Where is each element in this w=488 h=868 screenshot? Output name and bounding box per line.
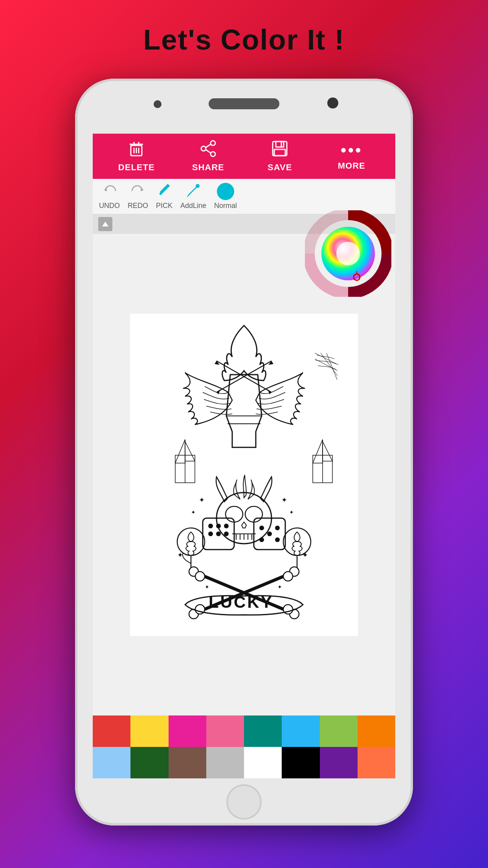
- home-button[interactable]: [226, 784, 262, 820]
- color-swatch-red[interactable]: [93, 715, 130, 747]
- pick-icon: [157, 183, 172, 200]
- color-swatch-purple[interactable]: [320, 747, 358, 778]
- normal-label: Normal: [214, 202, 237, 210]
- svg-point-47: [208, 531, 213, 536]
- color-swatch-deep-orange[interactable]: [358, 747, 395, 778]
- svg-text:✦: ✦: [302, 551, 308, 559]
- color-swatch-pink[interactable]: [206, 715, 244, 747]
- svg-point-54: [259, 537, 264, 542]
- more-icon: •••: [341, 142, 363, 158]
- addline-label: AddLine: [180, 202, 206, 210]
- more-button[interactable]: ••• MORE: [316, 142, 388, 171]
- color-swatch-teal[interactable]: [244, 715, 282, 747]
- color-swatch-dark-green[interactable]: [130, 747, 168, 778]
- save-label: SAVE: [268, 162, 292, 173]
- svg-point-20: [196, 184, 200, 188]
- delete-label: DELETE: [118, 162, 155, 173]
- redo-icon: [130, 183, 145, 200]
- redo-button[interactable]: REDO: [128, 183, 148, 210]
- selfie-cam: [327, 97, 338, 108]
- svg-rect-14: [274, 149, 285, 156]
- phone-frame: DELETE SHARE: [75, 79, 413, 826]
- speaker: [209, 98, 279, 109]
- pick-button[interactable]: PICK: [156, 183, 172, 210]
- color-swatch-baby-blue[interactable]: [93, 747, 130, 778]
- phone-top-bar: [75, 79, 413, 134]
- phone-screen: DELETE SHARE: [93, 134, 395, 778]
- pick-label: PICK: [156, 202, 172, 210]
- svg-line-11: [206, 150, 211, 153]
- share-icon: [200, 140, 217, 160]
- delete-icon: [128, 140, 145, 160]
- svg-text:✦: ✦: [199, 496, 205, 504]
- svg-point-63: [195, 572, 205, 581]
- main-toolbar: DELETE SHARE: [93, 134, 395, 179]
- svg-point-48: [216, 531, 221, 536]
- svg-line-10: [206, 144, 211, 147]
- app-title: Let's Color It !: [0, 0, 488, 56]
- svg-rect-28: [130, 314, 358, 636]
- share-label: SHARE: [192, 162, 224, 173]
- more-label: MORE: [338, 161, 365, 171]
- svg-point-55: [275, 537, 280, 542]
- normal-button[interactable]: Normal: [214, 183, 237, 210]
- svg-marker-27: [102, 222, 108, 226]
- svg-point-7: [211, 141, 215, 145]
- svg-point-9: [211, 152, 215, 156]
- collapse-button[interactable]: [98, 217, 112, 231]
- svg-point-18: [160, 193, 162, 195]
- color-palette: [93, 715, 395, 778]
- svg-point-49: [224, 531, 229, 536]
- tattoo-artwork: LUCKY ✦ ✦ ✦ ✦ ✦ ✦ ✦ ✦: [130, 314, 358, 636]
- svg-text:✦: ✦: [177, 551, 183, 559]
- drawing-canvas[interactable]: LUCKY ✦ ✦ ✦ ✦ ✦ ✦ ✦ ✦: [93, 234, 395, 715]
- phone-bottom: [75, 778, 413, 826]
- svg-text:✦: ✦: [205, 584, 209, 590]
- svg-point-45: [216, 524, 221, 528]
- color-swatch-hot-pink[interactable]: [169, 715, 206, 747]
- svg-point-24: [336, 242, 360, 265]
- svg-text:LUCKY: LUCKY: [209, 593, 273, 611]
- color-swatch-brown[interactable]: [169, 747, 206, 778]
- svg-line-21: [187, 195, 188, 197]
- delete-button[interactable]: DELETE: [101, 140, 172, 173]
- svg-text:✦: ✦: [281, 496, 287, 504]
- undo-icon: [102, 183, 117, 200]
- addline-icon: [186, 183, 201, 200]
- front-camera: [154, 100, 161, 108]
- svg-text:✦: ✦: [191, 509, 196, 515]
- color-swatch-white[interactable]: [244, 747, 282, 778]
- addline-button[interactable]: AddLine: [180, 183, 206, 210]
- color-swatch-black[interactable]: [282, 747, 319, 778]
- share-button[interactable]: SHARE: [172, 140, 244, 173]
- undo-label: UNDO: [99, 202, 120, 210]
- svg-point-46: [224, 524, 229, 528]
- color-swatch-orange[interactable]: [358, 715, 395, 747]
- svg-point-53: [267, 531, 272, 536]
- color-swatch-gray[interactable]: [206, 747, 244, 778]
- svg-text:✦: ✦: [289, 509, 294, 515]
- svg-point-8: [201, 146, 206, 151]
- palette-row-row2: [93, 747, 395, 778]
- svg-text:✦: ✦: [277, 584, 282, 590]
- normal-color-circle: [217, 183, 234, 200]
- palette-row-row1: [93, 715, 395, 747]
- color-swatch-light-green[interactable]: [320, 715, 358, 747]
- svg-point-52: [275, 526, 280, 530]
- svg-point-44: [208, 524, 213, 528]
- color-swatch-yellow[interactable]: [130, 715, 168, 747]
- color-swatch-light-blue[interactable]: [282, 715, 319, 747]
- secondary-toolbar: UNDO REDO PICK: [93, 179, 395, 214]
- svg-rect-13: [276, 142, 284, 147]
- svg-point-67: [283, 572, 293, 581]
- svg-point-51: [259, 526, 264, 530]
- undo-button[interactable]: UNDO: [99, 183, 120, 210]
- save-icon: [271, 140, 288, 160]
- color-wheel-container[interactable]: [305, 210, 391, 297]
- redo-label: REDO: [128, 202, 148, 210]
- save-button[interactable]: SAVE: [244, 140, 316, 173]
- svg-line-19: [188, 186, 198, 195]
